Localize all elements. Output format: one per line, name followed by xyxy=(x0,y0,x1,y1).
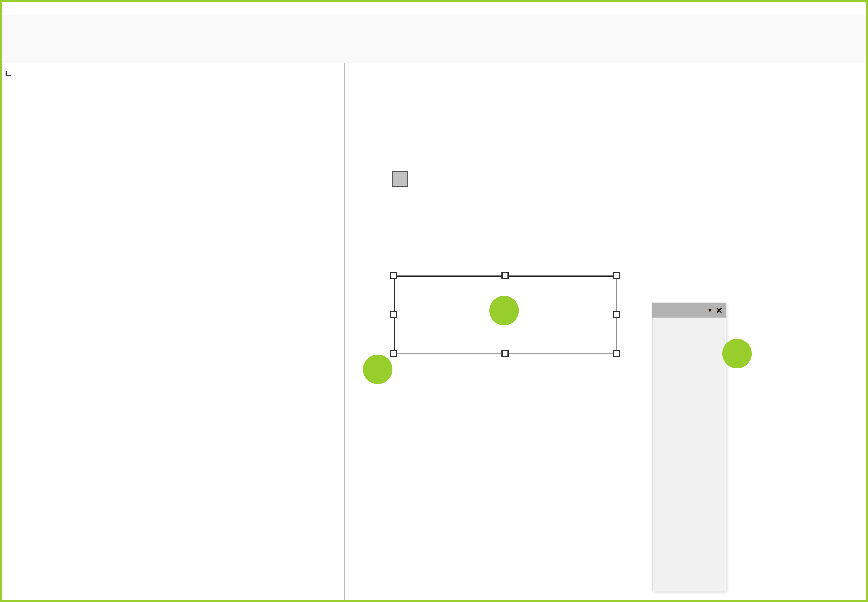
toolbar-menu-icon[interactable]: ▼ xyxy=(707,307,713,314)
tab-stop-selector[interactable] xyxy=(6,71,11,76)
form-controls-titlebar[interactable]: ▼ × xyxy=(652,303,726,318)
document-pane xyxy=(344,63,866,600)
close-icon[interactable]: × xyxy=(716,306,722,315)
resize-handle-bottom-right[interactable] xyxy=(613,350,620,357)
menu-bar xyxy=(2,2,866,15)
resize-handle-top-right[interactable] xyxy=(613,272,620,279)
resize-handle-bottom-middle[interactable] xyxy=(501,350,509,357)
application-window: ▼ × xyxy=(0,0,868,602)
formatting-toolbar xyxy=(2,41,866,63)
resize-handle-bottom-left[interactable] xyxy=(390,350,397,357)
form-controls-toolbar: ▼ × xyxy=(652,303,726,591)
resize-handle-top-left[interactable] xyxy=(390,272,397,279)
form-controls-grid xyxy=(652,318,726,320)
resize-handle-top-middle[interactable] xyxy=(501,272,509,279)
callout-3 xyxy=(363,355,392,384)
callout-1 xyxy=(722,339,752,369)
resize-handle-middle-right[interactable] xyxy=(613,311,620,318)
resize-handle-middle-left[interactable] xyxy=(390,311,397,318)
work-area xyxy=(2,63,866,600)
anchor-icon xyxy=(392,171,408,187)
standard-toolbar xyxy=(2,15,866,41)
document-page[interactable] xyxy=(345,79,866,599)
callout-2 xyxy=(489,296,519,325)
horizontal-ruler[interactable] xyxy=(345,69,866,79)
